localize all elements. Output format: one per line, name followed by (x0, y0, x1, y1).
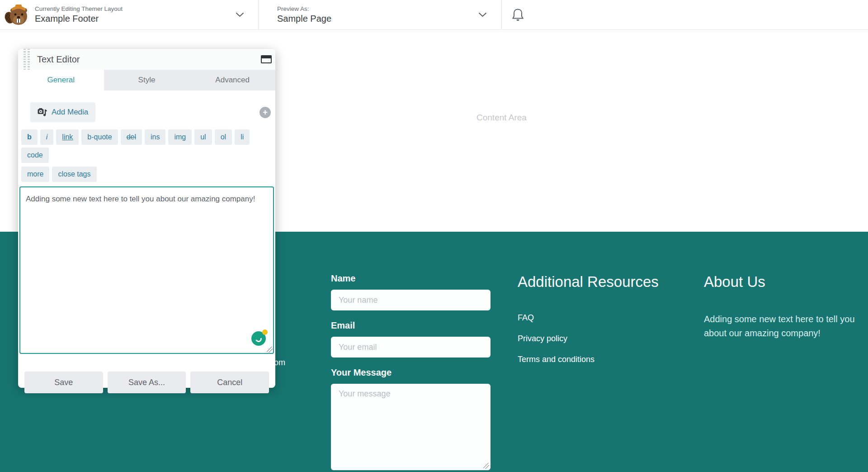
about-heading: About Us (704, 273, 861, 291)
preview-as-dropdown[interactable]: Preview As: Sample Page (259, 0, 501, 29)
chevron-down-icon (236, 12, 244, 17)
preview-value: Sample Page (277, 14, 331, 24)
resize-handle-icon[interactable] (483, 463, 489, 469)
preview-label: Preview As: (277, 5, 331, 12)
qt-more-button[interactable]: more (21, 167, 49, 182)
media-row: Add Media + (30, 102, 271, 122)
qt-ul-button[interactable]: ul (194, 129, 212, 145)
chevron-down-icon (478, 12, 487, 17)
themer-layout-text: Currently Editing Themer Layout Example … (35, 5, 123, 24)
editing-label: Currently Editing Themer Layout (35, 5, 123, 12)
contact-form: Name Email Your Message (331, 273, 491, 470)
drag-handle-icon[interactable] (24, 49, 31, 70)
email-label: Email (331, 320, 491, 331)
editing-value: Example Footer (35, 14, 123, 24)
cancel-button[interactable]: Cancel (190, 372, 269, 393)
save-button[interactable]: Save (24, 372, 103, 393)
qt-bold-button[interactable]: b (21, 129, 38, 145)
message-textarea[interactable] (331, 384, 491, 470)
themer-layout-dropdown[interactable]: Currently Editing Themer Layout Example … (28, 0, 258, 29)
qt-close-tags-button[interactable]: close tags (52, 167, 96, 182)
tab-general[interactable]: General (18, 70, 104, 91)
about-us-column: About Us Adding some new text here to te… (704, 273, 861, 340)
add-media-label: Add Media (52, 108, 88, 117)
quicktags-row-1: b i link b-quote del ins img ul ol li co… (21, 129, 272, 163)
window-restore-icon[interactable] (261, 55, 272, 63)
about-text: Adding some new text here to tell you ab… (704, 312, 861, 340)
resources-links: FAQ Privacy policy Terms and conditions (518, 313, 659, 364)
list-item: Privacy policy (518, 334, 659, 343)
name-label: Name (331, 273, 491, 284)
qt-li-button[interactable]: li (235, 129, 250, 145)
notifications-button[interactable] (512, 0, 524, 29)
name-input[interactable] (331, 290, 491, 310)
panel-body: Add Media + b i link b-quote del ins img… (18, 91, 275, 397)
faq-link[interactable]: FAQ (518, 313, 534, 322)
save-as-button[interactable]: Save As... (108, 372, 186, 393)
grammarly-icon[interactable] (251, 329, 268, 346)
panel-header[interactable]: Text Editor (18, 49, 275, 70)
panel-tabs: General Style Advanced (18, 70, 275, 91)
panel-actions: Save Save As... Cancel (24, 372, 269, 393)
privacy-policy-link[interactable]: Privacy policy (518, 334, 567, 343)
qt-bquote-button[interactable]: b-quote (81, 129, 118, 145)
editor-textarea-wrap: Adding some new text here to tell you ab… (19, 186, 274, 354)
bell-icon (512, 8, 524, 22)
panel-title: Text Editor (37, 54, 261, 65)
text-editor-panel: Text Editor General Style Advanced (18, 49, 275, 388)
resources-heading: Additional Resources (518, 273, 659, 291)
qt-del-button[interactable]: del (121, 129, 142, 145)
preview-as-text: Preview As: Sample Page (277, 5, 331, 24)
partially-hidden-text: om (274, 358, 285, 367)
content-area-placeholder: Content Area (476, 113, 527, 123)
qt-code-button[interactable]: code (21, 148, 49, 163)
add-media-button[interactable]: Add Media (30, 102, 95, 122)
qt-ol-button[interactable]: ol (215, 129, 232, 145)
tab-style[interactable]: Style (104, 70, 190, 91)
tab-advanced[interactable]: Advanced (189, 70, 275, 91)
editor-textarea[interactable]: Adding some new text here to tell you ab… (19, 186, 274, 354)
resize-handle-icon[interactable] (267, 347, 273, 353)
list-item: FAQ (518, 313, 659, 323)
qt-italic-button[interactable]: i (40, 129, 54, 145)
list-item: Terms and conditions (518, 355, 659, 364)
message-textarea-wrap (331, 384, 491, 470)
add-row-button[interactable]: + (259, 107, 271, 118)
qt-ins-button[interactable]: ins (145, 129, 165, 145)
additional-resources-column: Additional Resources FAQ Privacy policy … (518, 273, 659, 376)
quicktags-row-2: more close tags (21, 167, 272, 182)
email-input[interactable] (331, 337, 491, 358)
qt-img-button[interactable]: img (168, 129, 192, 145)
topbar-divider (501, 0, 502, 30)
terms-link[interactable]: Terms and conditions (518, 355, 594, 364)
message-label: Your Message (331, 367, 491, 378)
plus-icon: + (263, 108, 268, 117)
beaver-builder-logo-icon[interactable] (5, 3, 28, 27)
top-bar: Currently Editing Themer Layout Example … (0, 0, 868, 30)
qt-link-button[interactable]: link (56, 129, 79, 145)
media-icon (38, 108, 47, 116)
